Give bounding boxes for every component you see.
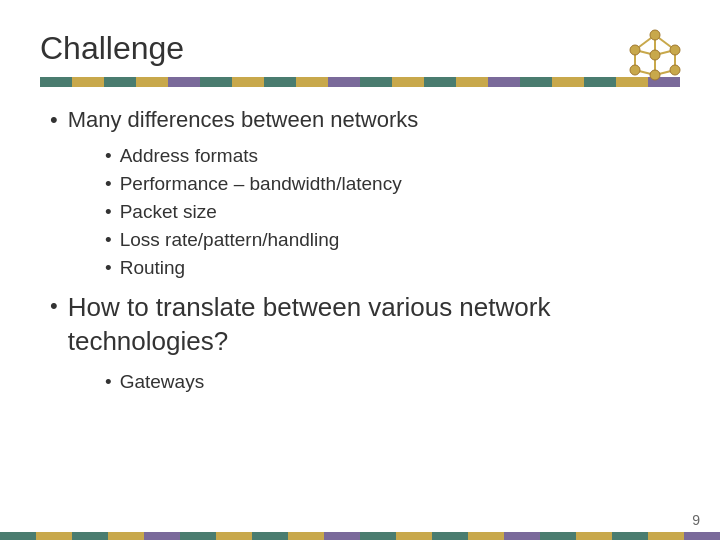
slide-title: Challenge xyxy=(40,30,680,67)
svg-point-12 xyxy=(630,45,640,55)
sub-bullet-2-1-text: Gateways xyxy=(120,371,204,393)
sub-bullets-1: • Address formats • Performance – bandwi… xyxy=(105,145,680,279)
bullet-2: • How to translate between various netwo… xyxy=(50,291,680,359)
sub-bullet-1-5-dot: • xyxy=(105,257,112,279)
sub-bullet-1-1-dot: • xyxy=(105,145,112,167)
svg-point-14 xyxy=(670,65,680,75)
sub-bullets-2: • Gateways xyxy=(105,371,680,393)
sub-bullet-2-1-dot: • xyxy=(105,371,112,393)
svg-point-13 xyxy=(650,50,660,60)
sub-bullet-1-2-dot: • xyxy=(105,173,112,195)
sub-bullet-1-2: • Performance – bandwidth/latency xyxy=(105,173,680,195)
sub-bullet-1-3: • Packet size xyxy=(105,201,680,223)
bullet-1-dot: • xyxy=(50,107,58,133)
bullet-2-text: How to translate between various network… xyxy=(68,291,680,359)
sub-bullet-1-3-dot: • xyxy=(105,201,112,223)
sub-bullet-1-4-dot: • xyxy=(105,229,112,251)
sub-bullet-1-1-text: Address formats xyxy=(120,145,258,167)
bullet-1: • Many differences between networks xyxy=(50,107,680,133)
svg-point-15 xyxy=(630,65,640,75)
sub-bullet-1-4-text: Loss rate/pattern/handling xyxy=(120,229,340,251)
sub-bullet-1-5-text: Routing xyxy=(120,257,186,279)
svg-point-11 xyxy=(670,45,680,55)
sub-bullet-2-1: • Gateways xyxy=(105,371,680,393)
bullet-2-dot: • xyxy=(50,293,58,319)
content-area: • Many differences between networks • Ad… xyxy=(40,107,680,393)
bottom-bar xyxy=(0,532,720,540)
svg-point-16 xyxy=(650,70,660,80)
page-number: 9 xyxy=(692,512,700,528)
slide: Challenge • Many differences between net… xyxy=(0,0,720,540)
sub-bullet-1-2-text: Performance – bandwidth/latency xyxy=(120,173,402,195)
bullet-1-text: Many differences between networks xyxy=(68,107,419,133)
sub-bullet-1-4: • Loss rate/pattern/handling xyxy=(105,229,680,251)
svg-point-10 xyxy=(650,30,660,40)
sub-bullet-1-1: • Address formats xyxy=(105,145,680,167)
sub-bullet-1-3-text: Packet size xyxy=(120,201,217,223)
sub-bullet-1-5: • Routing xyxy=(105,257,680,279)
network-icon xyxy=(620,20,690,85)
deco-bar xyxy=(40,77,680,87)
